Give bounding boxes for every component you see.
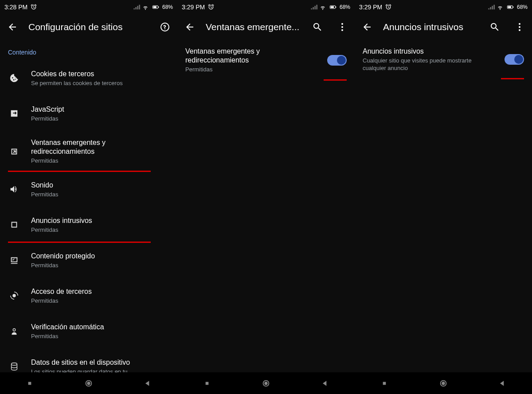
- toggle-title: Ventanas emergentes y redireccionamiento…: [185, 47, 317, 65]
- row-sub: Permitidas: [31, 297, 169, 304]
- settings-row-popup[interactable]: Ventanas emergentes y redireccionamiento…: [0, 131, 177, 172]
- section-header: Contenido: [0, 40, 177, 60]
- battery-percent: 68%: [162, 4, 173, 10]
- toggle-title: Anuncios intrusivos: [363, 47, 494, 56]
- ads-icon: [8, 220, 20, 230]
- row-title: JavaScript: [31, 105, 169, 114]
- search-button[interactable]: [486, 18, 504, 36]
- row-title: Verificación automática: [31, 323, 169, 332]
- back-button[interactable]: [4, 18, 21, 36]
- signal-icon: [310, 4, 317, 11]
- toggle-sub: Permitidas: [185, 66, 317, 73]
- app-bar: Configuración de sitios: [0, 14, 177, 40]
- toggle-row-popups[interactable]: Ventanas emergentes y redireccionamiento…: [177, 40, 355, 80]
- row-sub: Permitidas: [31, 261, 169, 269]
- nav-home-button[interactable]: [80, 374, 98, 392]
- status-bar: 3:28 PM 68%: [0, 0, 177, 14]
- row-title: Sonido: [31, 181, 169, 190]
- toggle-switch[interactable]: [327, 55, 347, 66]
- settings-row-verify[interactable]: Verificación automáticaPermitidas: [0, 313, 177, 349]
- alarm-icon: [207, 4, 215, 11]
- status-time: 3:28 PM: [4, 4, 27, 11]
- battery-icon: [505, 4, 515, 11]
- row-title: Acceso de terceros: [31, 287, 169, 296]
- more-button[interactable]: [511, 18, 528, 36]
- settings-row-js[interactable]: JavaScriptPermitidas: [0, 96, 177, 131]
- nav-back-button[interactable]: [493, 374, 511, 392]
- back-button[interactable]: [181, 18, 199, 36]
- row-sub: Permitidas: [31, 157, 169, 164]
- help-button[interactable]: [156, 18, 174, 36]
- nav-recent-button[interactable]: [376, 374, 393, 392]
- protected-icon: [8, 255, 20, 265]
- app-bar: Anuncios intrusivos: [355, 14, 532, 40]
- system-nav-bar: [0, 372, 532, 394]
- pane-site-settings: 3:28 PM 68% Configuración de sitios Cont…: [0, 0, 177, 372]
- popup-icon: [8, 147, 20, 156]
- settings-row-sound[interactable]: SonidoPermitidas: [0, 172, 177, 207]
- annotation-underline: [501, 78, 524, 79]
- settings-row-access[interactable]: Acceso de tercerosPermitidas: [0, 278, 177, 313]
- battery-percent: 68%: [517, 4, 528, 10]
- status-bar: 3:29 PM 68%: [355, 0, 532, 14]
- nav-back-button[interactable]: [139, 374, 156, 392]
- more-button[interactable]: [333, 18, 351, 36]
- settings-row-cookie[interactable]: Cookies de tercerosSe permiten las cooki…: [0, 60, 177, 96]
- row-sub: Permitidas: [31, 332, 169, 340]
- data-icon: [8, 362, 20, 371]
- row-sub: Permitidas: [31, 115, 169, 122]
- status-time: 3:29 PM: [182, 4, 205, 11]
- toggle-sub: Cualquier sitio que visites puede mostra…: [363, 57, 494, 72]
- wifi-icon: [497, 4, 504, 11]
- status-time: 3:29 PM: [359, 4, 382, 11]
- row-title: Anuncios intrusivos: [31, 216, 169, 225]
- toggle-row-ads[interactable]: Anuncios intrusivos Cualquier sitio que …: [355, 40, 532, 79]
- signal-icon: [133, 4, 140, 11]
- back-button[interactable]: [358, 18, 376, 36]
- cookie-icon: [8, 73, 20, 83]
- nav-back-button[interactable]: [316, 374, 334, 392]
- pane-ads: 3:29 PM 68% Anuncios intrusivos Anuncios…: [355, 0, 532, 372]
- verify-icon: [8, 326, 20, 336]
- search-button[interactable]: [309, 18, 326, 36]
- nav-recent-button[interactable]: [198, 374, 216, 392]
- page-title: Configuración de sitios: [28, 22, 149, 32]
- app-bar: Ventanas emergente...: [177, 14, 355, 40]
- battery-icon: [151, 4, 160, 11]
- row-sub: Permitidas: [31, 226, 169, 234]
- wifi-icon: [319, 4, 326, 11]
- toggle-switch[interactable]: [505, 54, 524, 65]
- nav-home-button[interactable]: [434, 374, 452, 392]
- settings-row-ads[interactable]: Anuncios intrusivosPermitidas: [0, 207, 177, 242]
- row-sub: Se permiten las cookies de terceros: [31, 79, 169, 87]
- page-title: Ventanas emergente...: [206, 22, 301, 32]
- settings-row-protected[interactable]: Contenido protegidoPermitidas: [0, 242, 177, 278]
- sound-icon: [8, 184, 20, 194]
- row-title: Ventanas emergentes y redireccionamiento…: [31, 138, 169, 156]
- alarm-icon: [385, 4, 392, 11]
- js-icon: [8, 109, 20, 118]
- status-bar: 3:29 PM 68%: [177, 0, 355, 14]
- wifi-icon: [142, 4, 149, 11]
- nav-recent-button[interactable]: [21, 374, 39, 392]
- row-title: Datos de sitios en el dispositivo: [31, 358, 169, 367]
- pane-popups: 3:29 PM 68% Ventanas emergente... Ventan…: [177, 0, 355, 372]
- access-icon: [8, 291, 20, 300]
- signal-icon: [488, 4, 495, 11]
- annotation-underline: [324, 79, 347, 81]
- alarm-icon: [30, 4, 37, 11]
- battery-icon: [328, 4, 338, 11]
- row-title: Contenido protegido: [31, 252, 169, 261]
- row-sub: Permitidas: [31, 191, 169, 198]
- page-title: Anuncios intrusivos: [383, 22, 479, 32]
- row-title: Cookies de terceros: [31, 70, 169, 78]
- nav-home-button[interactable]: [257, 374, 275, 392]
- settings-list: Cookies de tercerosSe permiten las cooki…: [0, 60, 177, 384]
- battery-percent: 68%: [340, 4, 350, 10]
